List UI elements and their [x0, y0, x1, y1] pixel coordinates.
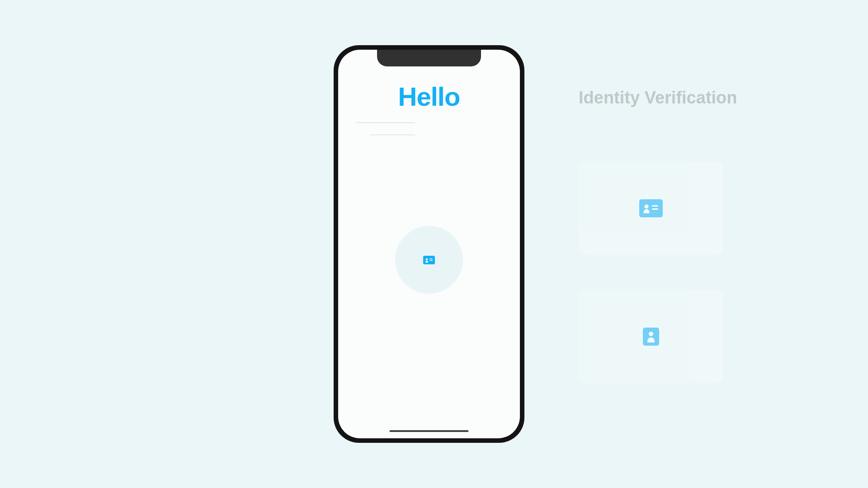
svg-rect-5 [652, 208, 658, 210]
phone-content: Hello [338, 50, 520, 438]
placeholder-lines [356, 122, 504, 135]
svg-point-0 [426, 258, 428, 260]
phone-screen: Hello [338, 50, 520, 438]
side-title: Identity Verification [579, 88, 737, 108]
placeholder-line [370, 135, 415, 135]
phone-frame: Hello [334, 45, 524, 443]
svg-rect-1 [429, 258, 433, 259]
verification-cards [579, 162, 737, 383]
id-card-icon [423, 256, 435, 264]
id-card-icon [639, 199, 663, 217]
id-card-verification-card[interactable] [579, 162, 723, 255]
svg-rect-4 [652, 205, 658, 206]
selfie-verification-card[interactable] [579, 290, 723, 383]
svg-point-6 [649, 332, 653, 336]
side-panel: Identity Verification [579, 88, 737, 383]
phone-notch [377, 50, 481, 66]
placeholder-line [356, 122, 415, 123]
phone-greeting-title: Hello [354, 81, 504, 112]
person-icon [643, 328, 659, 346]
svg-point-3 [645, 205, 649, 209]
svg-rect-2 [429, 260, 433, 261]
verification-circle[interactable] [395, 226, 463, 294]
home-indicator [390, 430, 469, 432]
